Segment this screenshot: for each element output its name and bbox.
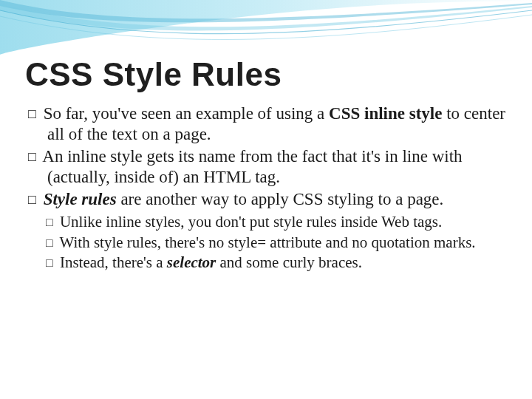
bullet-item: Style rules are another way to apply CSS… xyxy=(28,189,507,210)
bold-text: CSS inline style xyxy=(329,104,442,123)
sub-bullet-item: With style rules, there's no style= attr… xyxy=(46,233,507,253)
sub-bullet-item: Instead, there's a selector and some cur… xyxy=(46,253,507,273)
bold-italic-text: selector xyxy=(167,253,216,271)
slide-content: CSS Style Rules So far, you've seen an e… xyxy=(25,56,507,274)
bullet-list: So far, you've seen an example of using … xyxy=(25,103,507,210)
sub-bullet-list: Unlike inline styles, you don't put styl… xyxy=(25,213,507,273)
bullet-item: So far, you've seen an example of using … xyxy=(28,103,507,145)
bullet-item: An inline style gets its name from the f… xyxy=(28,146,507,188)
text: Instead, there's a xyxy=(60,253,167,271)
text: and some curly braces. xyxy=(216,253,362,271)
text: So far, you've seen an example of using … xyxy=(44,104,329,123)
text: Unlike inline styles, you don't put styl… xyxy=(60,213,442,231)
text: are another way to apply CSS styling to … xyxy=(117,190,444,208)
bold-italic-text: Style rules xyxy=(44,190,117,208)
text: With style rules, there's no style= attr… xyxy=(60,233,476,251)
text: An inline style gets its name from the f… xyxy=(42,147,462,186)
sub-bullet-item: Unlike inline styles, you don't put styl… xyxy=(46,213,507,232)
slide-title: CSS Style Rules xyxy=(25,56,507,93)
